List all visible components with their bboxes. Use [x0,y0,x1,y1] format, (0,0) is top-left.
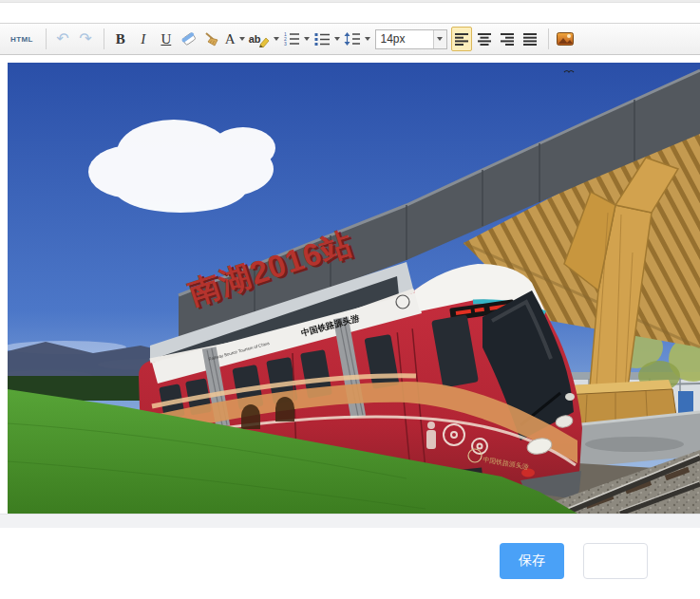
font-size-value: 14px [376,32,433,46]
redo-icon: ↷ [77,31,93,47]
chevron-down-icon [304,37,310,41]
align-right-icon [500,32,515,46]
toolbar-separator [46,28,47,49]
insert-image-button[interactable] [555,27,576,51]
align-right-button[interactable] [497,27,518,51]
ordered-list-icon: 1 2 3 [283,31,300,47]
editor-toolbar: HTML ↶ ↷ B I U [0,23,700,55]
remove-format-button[interactable] [179,27,199,51]
editor-content[interactable]: 南湖2016站 南湖2016站 [0,56,700,514]
italic-icon: I [138,31,148,47]
align-justify-button[interactable] [520,27,540,51]
align-center-icon [477,32,492,46]
italic-button[interactable]: I [133,27,154,51]
save-button[interactable]: 保存 [500,543,564,579]
content-bottom-strip [0,514,700,528]
secondary-button[interactable] [583,543,648,579]
align-justify-icon [522,32,538,46]
ordered-list-button[interactable]: 1 2 3 [282,27,311,51]
font-size-select[interactable]: 14px [375,29,447,49]
html-source-button[interactable]: HTML [6,27,38,51]
redo-button[interactable]: ↷ [75,27,96,51]
clear-format-button[interactable] [201,27,222,51]
chevron-down-icon [274,37,279,41]
font-size-caret[interactable] [433,30,446,48]
svg-text:3: 3 [284,41,287,47]
font-color-icon: A [225,31,236,47]
content-image[interactable]: 南湖2016站 南湖2016站 [8,63,700,514]
undo-button[interactable]: ↶ [52,27,73,51]
toolbar-separator [548,28,549,49]
highlight-pen-icon [258,36,270,47]
highlight-color-button[interactable]: ab [248,27,280,51]
align-left-button[interactable] [451,27,472,51]
bold-icon: B [116,31,125,47]
font-color-button[interactable]: A [224,27,246,51]
broom-icon [203,31,220,47]
window-top-strip [0,0,700,3]
line-height-button[interactable] [343,27,371,51]
unordered-list-icon [313,31,331,47]
bold-button[interactable]: B [110,27,131,51]
eraser-icon [180,31,198,47]
image-icon [557,32,574,46]
undo-icon: ↶ [54,31,70,47]
line-height-icon [344,31,361,47]
editor-page: HTML ↶ ↷ B I U [0,0,700,599]
align-left-icon [454,32,469,46]
chevron-down-icon [239,37,245,41]
toolbar-separator [104,28,104,49]
chevron-down-icon [334,37,340,41]
underline-button[interactable]: U [156,27,177,51]
tram-person-silhouette [426,421,436,449]
chevron-down-icon [437,37,443,41]
unordered-list-button[interactable] [312,27,341,51]
footer-bar: 保存 [0,528,700,599]
chevron-down-icon [365,37,370,41]
align-center-button[interactable] [474,27,495,51]
underline-icon: U [161,31,171,47]
html-source-label: HTML [7,35,37,44]
